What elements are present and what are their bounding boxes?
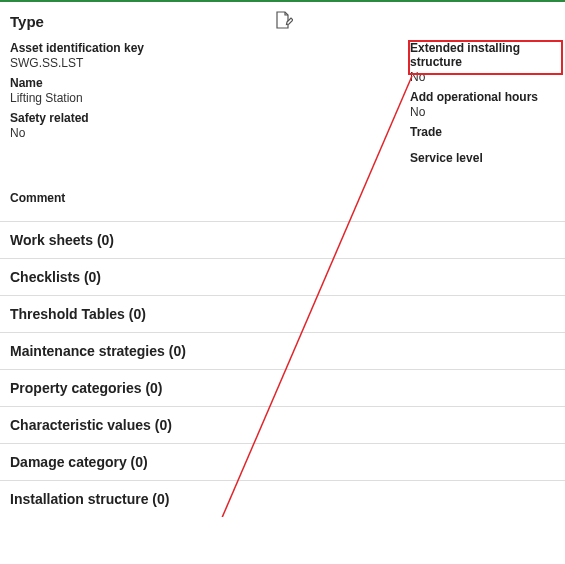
service-level-label: Service level	[410, 151, 555, 165]
details-left-column: Asset identification key SWG.SS.LST Name…	[10, 41, 410, 171]
details-right-column: Extended installing structure No Add ope…	[410, 41, 555, 171]
safety-label: Safety related	[10, 111, 410, 125]
section-installation-structure[interactable]: Installation structure (0)	[0, 480, 565, 517]
safety-field: Safety related No	[10, 111, 410, 140]
header-row: Type	[0, 2, 565, 39]
operational-hours-value: No	[410, 105, 555, 119]
operational-hours-field: Add operational hours No	[410, 90, 555, 119]
name-label: Name	[10, 76, 410, 90]
section-threshold-tables[interactable]: Threshold Tables (0)	[0, 295, 565, 332]
extended-structure-label: Extended installing structure	[410, 41, 555, 69]
extended-structure-value: No	[410, 70, 555, 84]
safety-value: No	[10, 126, 410, 140]
edit-page-icon[interactable]	[275, 10, 293, 33]
section-property-categories[interactable]: Property categories (0)	[0, 369, 565, 406]
trade-field: Trade	[410, 125, 555, 139]
section-maintenance-strategies[interactable]: Maintenance strategies (0)	[0, 332, 565, 369]
asset-key-field: Asset identification key SWG.SS.LST	[10, 41, 410, 70]
section-damage-category[interactable]: Damage category (0)	[0, 443, 565, 480]
service-level-field: Service level	[410, 151, 555, 165]
section-checklists[interactable]: Checklists (0)	[0, 258, 565, 295]
operational-hours-label: Add operational hours	[410, 90, 555, 104]
section-characteristic-values[interactable]: Characteristic values (0)	[0, 406, 565, 443]
asset-key-value: SWG.SS.LST	[10, 56, 410, 70]
extended-structure-field: Extended installing structure No	[410, 41, 555, 84]
comment-label: Comment	[0, 181, 565, 221]
asset-key-label: Asset identification key	[10, 41, 410, 55]
page-title: Type	[10, 13, 275, 30]
section-worksheets[interactable]: Work sheets (0)	[0, 221, 565, 258]
details-area: Asset identification key SWG.SS.LST Name…	[0, 39, 565, 181]
name-field: Name Lifting Station	[10, 76, 410, 105]
trade-label: Trade	[410, 125, 555, 139]
name-value: Lifting Station	[10, 91, 410, 105]
